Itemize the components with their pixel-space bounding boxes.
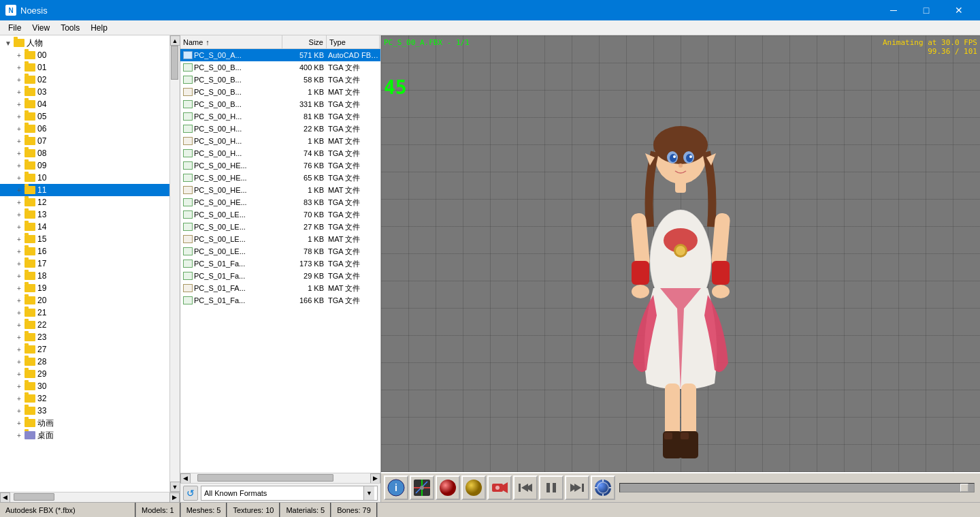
tree-item-04[interactable]: + 04 [0,98,169,110]
axis-button[interactable] [410,475,434,500]
expand-icon[interactable]: + [14,197,24,208]
tree-item-29[interactable]: + 29 [0,368,169,380]
expand-icon[interactable]: + [14,160,24,171]
material-sphere-button[interactable] [436,475,460,500]
maximize-button[interactable]: □ [911,0,942,20]
anim-thumb[interactable] [960,484,968,492]
scroll-thumb[interactable] [171,46,178,80]
file-row[interactable]: PC_S_00_LE... 27 KB TGA 文件 [180,221,380,233]
expand-icon[interactable]: + [14,148,24,159]
close-button[interactable]: ✕ [943,0,975,20]
expand-icon[interactable]: + [14,418,24,428]
file-row[interactable]: PC_S_00_HE... 65 KB TGA 文件 [180,172,380,184]
file-horizontal-scrollbar[interactable]: ◀ ▶ [180,473,380,483]
expand-icon[interactable]: + [14,87,24,97]
refresh-button[interactable]: ↺ [183,486,198,501]
file-row[interactable]: PC_S_01_FA... 1 KB MAT 文件 [180,282,380,294]
expand-icon[interactable]: ▼ [3,37,14,48]
expand-icon[interactable]: + [14,430,24,441]
file-row[interactable]: PC_S_00_H... 1 KB MAT 文件 [180,135,380,147]
prev-frame-button[interactable] [513,475,538,500]
tree-item-18[interactable]: + 18 [0,270,169,282]
animation-progress-slider[interactable] [619,483,975,492]
format-dropdown[interactable]: All Known Formats ▼ [201,486,378,501]
expand-icon[interactable]: + [14,307,24,318]
tree-item-16[interactable]: + 16 [0,245,169,257]
menu-help[interactable]: Help [85,20,113,35]
scroll-track[interactable] [170,46,180,482]
info-button[interactable]: i [384,475,408,500]
scroll-left-arrow[interactable]: ◀ [0,492,10,503]
column-header-size[interactable]: Size [282,35,327,48]
expand-icon[interactable]: + [14,50,24,61]
tree-item-27[interactable]: + 27 [0,343,169,356]
tree-item-11[interactable]: + 11 [0,184,169,196]
tree-item-anim[interactable]: + 动画 [0,417,169,429]
expand-icon[interactable]: + [14,123,24,134]
scroll-left-arrow[interactable]: ◀ [180,473,191,484]
tree-horizontal-scrollbar[interactable]: ◀ ▶ [0,492,180,502]
file-row[interactable]: PC_S_00_A... 571 KB AutoCAD FBX... [180,49,380,61]
expand-icon[interactable]: + [14,185,24,195]
tree-item-23[interactable]: + 23 [0,331,169,343]
tree-item-20[interactable]: + 20 [0,294,169,307]
file-row[interactable]: PC_S_00_LE... 70 KB TGA 文件 [180,208,380,221]
file-row[interactable]: PC_S_00_HE... 76 KB TGA 文件 [180,159,380,172]
file-list[interactable]: PC_S_00_A... 571 KB AutoCAD FBX... PC_S_… [180,49,380,473]
tree-item-15[interactable]: + 15 [0,233,169,245]
tree-item-05[interactable]: + 05 [0,110,169,123]
expand-icon[interactable]: + [14,369,24,379]
expand-icon[interactable]: + [14,393,24,404]
scroll-right-arrow[interactable]: ▶ [169,492,180,503]
expand-icon[interactable]: + [14,209,24,220]
render-sphere-button[interactable] [461,475,486,500]
tree-item-12[interactable]: + 12 [0,196,169,208]
tree-vertical-scrollbar[interactable]: ▲ ▼ [169,35,180,492]
export-button[interactable] [591,475,615,500]
tree-item-02[interactable]: + 02 [0,74,169,86]
pause-button[interactable] [539,475,564,500]
file-row[interactable]: PC_S_01_Fa... 173 KB TGA 文件 [180,257,380,270]
tree-item-00[interactable]: + 00 [0,49,169,61]
file-row[interactable]: PC_S_00_B... 1 KB MAT 文件 [180,86,380,98]
expand-icon[interactable]: + [14,270,24,281]
column-header-type[interactable]: Type [327,35,380,48]
expand-icon[interactable]: + [14,344,24,355]
tree-item-06[interactable]: + 06 [0,123,169,135]
file-row[interactable]: PC_S_01_Fa... 29 KB TGA 文件 [180,270,380,282]
expand-icon[interactable]: + [14,319,24,330]
tree-item-33[interactable]: + 33 [0,405,169,417]
tree-item-17[interactable]: + 17 [0,257,169,270]
expand-icon[interactable]: + [14,234,24,245]
tree-item-desktop[interactable]: + 桌面 [0,429,169,441]
tree-item-28[interactable]: + 28 [0,356,169,368]
menu-tools[interactable]: Tools [55,20,85,35]
tree-item-10[interactable]: + 10 [0,172,169,184]
tree-item-32[interactable]: + 32 [0,392,169,405]
tree-item-08[interactable]: + 08 [0,147,169,159]
file-row[interactable]: PC_S_00_B... 400 KB TGA 文件 [180,61,380,74]
tree-item-root[interactable]: ▼ 人物 [0,37,169,49]
menu-view[interactable]: View [27,20,55,35]
scroll-track[interactable] [191,473,370,483]
file-row[interactable]: PC_S_00_HE... 1 KB MAT 文件 [180,184,380,196]
scroll-thumb[interactable] [197,474,333,482]
tree-item-13[interactable]: + 13 [0,208,169,221]
expand-icon[interactable]: + [14,405,24,416]
file-row[interactable]: PC_S_00_H... 22 KB TGA 文件 [180,123,380,135]
file-row[interactable]: PC_S_00_B... 331 KB TGA 文件 [180,98,380,110]
file-row[interactable]: PC_S_00_LE... 1 KB MAT 文件 [180,233,380,245]
folder-tree[interactable]: ▼ 人物 + 00 + 01 [0,35,169,492]
expand-icon[interactable]: + [14,246,24,257]
tree-item-21[interactable]: + 21 [0,307,169,319]
tree-item-19[interactable]: + 19 [0,282,169,294]
tree-item-14[interactable]: + 14 [0,221,169,233]
tree-item-30[interactable]: + 30 [0,380,169,392]
scroll-up-arrow[interactable]: ▲ [170,35,180,46]
file-row[interactable]: PC_S_00_HE... 83 KB TGA 文件 [180,196,380,208]
3d-viewport[interactable]: PC_S_00_A.FBX - 1/1 45 Animating at 30.0… [381,35,980,502]
minimize-button[interactable]: ─ [878,0,909,20]
file-row[interactable]: PC_S_00_B... 58 KB TGA 文件 [180,74,380,86]
camera-button[interactable] [487,475,512,500]
tree-item-03[interactable]: + 03 [0,86,169,98]
